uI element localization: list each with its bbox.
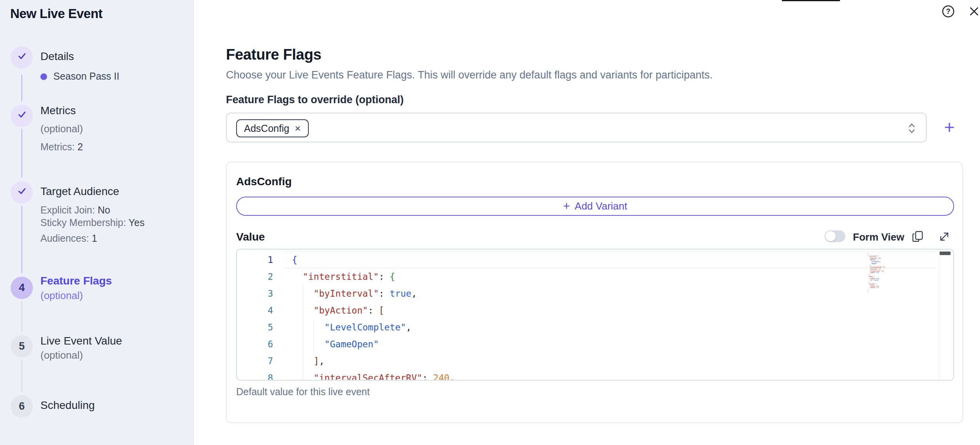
line-number: 4 bbox=[237, 302, 273, 319]
remove-flag-icon[interactable]: × bbox=[295, 123, 301, 133]
step-indicator-live-event-value[interactable]: 5 bbox=[11, 335, 33, 357]
scrollbar-thumb[interactable] bbox=[940, 252, 951, 255]
close-button[interactable] bbox=[968, 5, 980, 18]
line-number: 1 bbox=[237, 252, 273, 268]
step-connector bbox=[21, 75, 22, 101]
step-label[interactable]: Live Event Value bbox=[40, 335, 122, 347]
step-connector bbox=[21, 359, 22, 392]
main-panel: ? Feature Flags Choose your Live Events … bbox=[194, 0, 980, 445]
add-variant-button[interactable]: + Add Variant bbox=[236, 197, 954, 216]
toggle-knob bbox=[825, 231, 836, 241]
plus-icon: + bbox=[563, 199, 570, 213]
question-mark-circle-icon: ? bbox=[942, 13, 955, 19]
page-title: Feature Flags bbox=[226, 46, 321, 63]
line-number: 3 bbox=[237, 285, 273, 302]
step-indicator-target-audience[interactable] bbox=[11, 181, 33, 204]
scrollbar-track bbox=[939, 250, 939, 380]
override-label: Feature Flags to override (optional) bbox=[226, 94, 404, 106]
check-icon bbox=[17, 109, 27, 122]
step-detail: Sticky Membership: Yes bbox=[40, 217, 144, 228]
step-detail: Metrics: 2 bbox=[40, 141, 83, 153]
form-view-toggle[interactable] bbox=[825, 230, 845, 242]
form-view-label: Form View bbox=[853, 231, 904, 243]
check-icon bbox=[17, 186, 27, 199]
step-indicator-feature-flags[interactable]: 4 bbox=[11, 277, 33, 299]
line-number: 5 bbox=[237, 319, 273, 336]
step-label[interactable]: Metrics bbox=[40, 104, 76, 117]
step-detail: Audiences: 1 bbox=[40, 233, 97, 244]
step-connector bbox=[21, 301, 22, 332]
step-optional-tag: (optional) bbox=[40, 349, 83, 361]
flag-card-title: AdsConfig bbox=[236, 175, 292, 188]
svg-text:?: ? bbox=[946, 7, 951, 15]
code-line[interactable]: 1{ bbox=[237, 252, 953, 268]
step-label[interactable]: Details bbox=[40, 50, 74, 63]
line-number: 2 bbox=[237, 268, 273, 285]
code-text: { bbox=[292, 252, 297, 268]
step-optional-tag: (optional) bbox=[40, 290, 83, 302]
code-line[interactable]: 3 "byInterval": true, bbox=[237, 285, 953, 302]
flag-card: AdsConfig + Add Variant Value Form View bbox=[226, 162, 963, 423]
code-text: "interstitial": { bbox=[292, 268, 395, 285]
step-optional-tag: (optional) bbox=[40, 123, 83, 135]
code-line[interactable]: 2 "interstitial": { bbox=[237, 268, 953, 285]
step-indicator-details[interactable] bbox=[11, 46, 33, 69]
value-label: Value bbox=[236, 231, 265, 243]
code-line[interactable]: 4 "byAction": [ bbox=[237, 302, 953, 319]
line-number: 7 bbox=[237, 353, 273, 370]
wizard-title: New Live Event bbox=[10, 6, 102, 21]
editor-minimap[interactable]: { "interstitial": { "byInterval": true, … bbox=[867, 254, 893, 301]
line-number: 8 bbox=[237, 370, 273, 381]
page-subtitle: Choose your Live Events Feature Flags. T… bbox=[226, 69, 713, 81]
code-line[interactable]: 5 "LevelComplete", bbox=[237, 319, 953, 336]
close-icon bbox=[968, 13, 980, 18]
code-line[interactable]: 8 "intervalSecAfterRV": 240, bbox=[237, 370, 953, 381]
code-text: "GameOpen" bbox=[292, 336, 379, 353]
step-indicator-metrics[interactable] bbox=[11, 105, 33, 127]
help-button[interactable]: ? bbox=[942, 5, 955, 19]
code-text: "intervalSecAfterRV": 240, bbox=[292, 370, 455, 381]
step-detail: Season Pass II bbox=[40, 71, 119, 82]
flag-dot-icon bbox=[40, 73, 47, 80]
check-icon bbox=[17, 51, 27, 64]
feature-flags-multiselect[interactable]: AdsConfig × bbox=[226, 113, 927, 142]
add-flag-button[interactable]: + bbox=[941, 116, 958, 138]
code-text: "byAction": [ bbox=[292, 302, 384, 319]
step-indicator-scheduling[interactable]: 6 bbox=[11, 395, 33, 418]
code-line[interactable]: 6 "GameOpen" bbox=[237, 336, 953, 353]
selected-flag-chip: AdsConfig × bbox=[236, 119, 309, 137]
expand-icon[interactable] bbox=[938, 230, 951, 245]
code-text: "LevelComplete", bbox=[292, 319, 412, 336]
json-editor[interactable]: 1{2 "interstitial": {3 "byInterval": tru… bbox=[236, 249, 954, 381]
clipped-overlay-edge bbox=[782, 0, 840, 1]
step-label[interactable]: Scheduling bbox=[40, 399, 95, 412]
copy-icon[interactable] bbox=[911, 230, 925, 245]
code-text: "byInterval": true, bbox=[292, 285, 417, 302]
step-label[interactable]: Feature Flags bbox=[40, 275, 112, 287]
selected-flag-name: AdsConfig bbox=[244, 123, 289, 134]
step-connector bbox=[21, 206, 22, 273]
value-helper-text: Default value for this live event bbox=[236, 386, 370, 398]
step-detail: Explicit Join: No bbox=[40, 204, 110, 216]
line-number: 6 bbox=[237, 336, 273, 353]
step-connector bbox=[21, 129, 22, 178]
code-text: ], bbox=[292, 353, 324, 370]
wizard-sidebar: New Live Event DetailsSeason Pass IIMetr… bbox=[0, 0, 194, 445]
minimap-content: { "interstitial": { "byInterval": true, … bbox=[867, 254, 893, 292]
add-variant-label: Add Variant bbox=[575, 200, 627, 212]
new-live-event-dialog: New Live Event DetailsSeason Pass IIMetr… bbox=[0, 0, 980, 445]
step-label[interactable]: Target Audience bbox=[40, 185, 119, 198]
select-caret-icon[interactable] bbox=[906, 121, 917, 137]
code-line[interactable]: 7 ], bbox=[237, 353, 953, 370]
